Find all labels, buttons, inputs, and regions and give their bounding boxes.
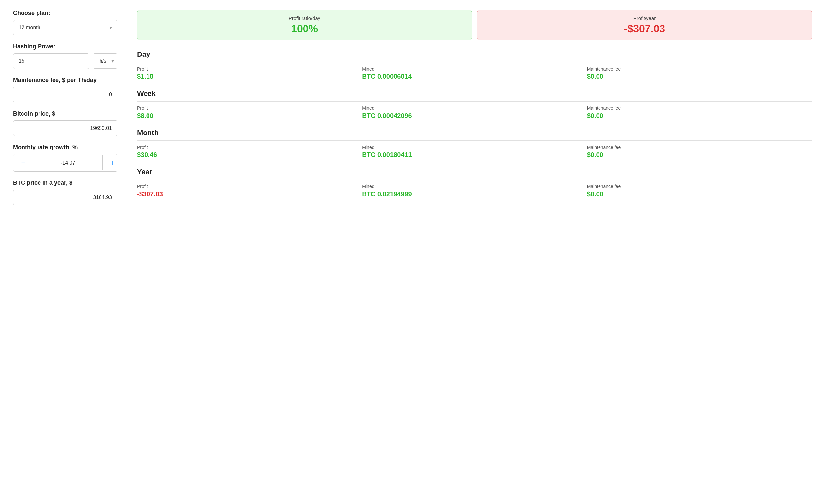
metric-fee-week: Maintenance fee $0.00 [587, 105, 812, 120]
hashing-power-row: Th/s Gh/s Mh/s ▼ [13, 53, 118, 69]
hashing-power-label: Hashing Power [13, 43, 118, 50]
metric-profit-week: Profit $8.00 [137, 105, 362, 120]
mined-label: Mined [362, 184, 587, 189]
bitcoin-price-input[interactable] [13, 121, 118, 136]
metrics-row-day: Profit $1.18 Mined BTC 0.00006014 Mainte… [137, 66, 812, 80]
fee-label: Maintenance fee [587, 145, 812, 150]
profit-value: $30.46 [137, 151, 362, 159]
right-panel: Profit ratio/day 100% Profit/year -$307.… [137, 10, 812, 207]
summary-cards: Profit ratio/day 100% Profit/year -$307.… [137, 10, 812, 41]
mined-value: BTC 0.00042096 [362, 112, 587, 120]
metric-fee-day: Maintenance fee $0.00 [587, 66, 812, 80]
metric-mined-year: Mined BTC 0.02194999 [362, 184, 587, 198]
period-section-day: Day Profit $1.18 Mined BTC 0.00006014 Ma… [137, 50, 812, 80]
metrics-row-week: Profit $8.00 Mined BTC 0.00042096 Mainte… [137, 105, 812, 120]
profit-value: $8.00 [137, 112, 362, 120]
hashing-power-input[interactable] [13, 53, 89, 69]
metric-profit-year: Profit -$307.03 [137, 184, 362, 198]
left-panel: Choose plan: 12 month 6 month 3 month 1 … [13, 10, 118, 213]
btc-price-year-label: BTC price in a year, $ [13, 179, 118, 187]
period-title-month: Month [137, 129, 812, 141]
profit-label: Profit [137, 184, 362, 189]
fee-value: $0.00 [587, 73, 812, 80]
period-section-month: Month Profit $30.46 Mined BTC 0.00180411… [137, 129, 812, 159]
profit-year-card: Profit/year -$307.03 [477, 10, 812, 41]
btc-price-year-input[interactable] [13, 190, 118, 205]
profit-ratio-card: Profit ratio/day 100% [137, 10, 472, 41]
profit-label: Profit [137, 66, 362, 71]
metric-fee-month: Maintenance fee $0.00 [587, 145, 812, 159]
metric-mined-month: Mined BTC 0.00180411 [362, 145, 587, 159]
profit-ratio-card-label: Profit ratio/day [144, 15, 465, 21]
fee-label: Maintenance fee [587, 184, 812, 189]
choose-plan-label: Choose plan: [13, 10, 118, 17]
monthly-rate-decrease-button[interactable]: − [13, 154, 33, 171]
plan-select-wrapper: 12 month 6 month 3 month 1 month ▼ [13, 20, 118, 35]
period-title-day: Day [137, 50, 812, 62]
monthly-rate-stepper: − + [13, 154, 118, 172]
period-title-year: Year [137, 168, 812, 180]
metric-profit-month: Profit $30.46 [137, 145, 362, 159]
period-section-week: Week Profit $8.00 Mined BTC 0.00042096 M… [137, 89, 812, 120]
metric-profit-day: Profit $1.18 [137, 66, 362, 80]
metrics-row-month: Profit $30.46 Mined BTC 0.00180411 Maint… [137, 145, 812, 159]
period-section-year: Year Profit -$307.03 Mined BTC 0.0219499… [137, 168, 812, 198]
profit-ratio-card-value: 100% [144, 23, 465, 35]
plan-select[interactable]: 12 month 6 month 3 month 1 month [13, 20, 118, 35]
period-title-week: Week [137, 89, 812, 101]
monthly-rate-label: Monthly rate growth, % [13, 144, 118, 151]
metric-mined-day: Mined BTC 0.00006014 [362, 66, 587, 80]
fee-label: Maintenance fee [587, 105, 812, 111]
hashing-unit-select[interactable]: Th/s Gh/s Mh/s [93, 53, 118, 69]
mined-label: Mined [362, 105, 587, 111]
fee-label: Maintenance fee [587, 66, 812, 71]
fee-value: $0.00 [587, 112, 812, 120]
fee-value: $0.00 [587, 190, 812, 198]
periods-container: Day Profit $1.18 Mined BTC 0.00006014 Ma… [137, 50, 812, 198]
bitcoin-price-label: Bitcoin price, $ [13, 110, 118, 117]
metric-mined-week: Mined BTC 0.00042096 [362, 105, 587, 120]
mined-value: BTC 0.00006014 [362, 73, 587, 80]
hashing-unit-wrapper: Th/s Gh/s Mh/s ▼ [93, 53, 118, 69]
metrics-row-year: Profit -$307.03 Mined BTC 0.02194999 Mai… [137, 184, 812, 198]
mined-value: BTC 0.00180411 [362, 151, 587, 159]
profit-year-card-label: Profit/year [484, 15, 805, 21]
monthly-rate-increase-button[interactable]: + [103, 154, 118, 171]
fee-value: $0.00 [587, 151, 812, 159]
mined-label: Mined [362, 145, 587, 150]
profit-label: Profit [137, 145, 362, 150]
maintenance-fee-label: Maintenance fee, $ per Th/day [13, 77, 118, 84]
monthly-rate-input[interactable] [33, 155, 103, 170]
profit-label: Profit [137, 105, 362, 111]
maintenance-fee-input[interactable] [13, 87, 118, 102]
profit-year-card-value: -$307.03 [484, 23, 805, 35]
profit-value: $1.18 [137, 73, 362, 80]
metric-fee-year: Maintenance fee $0.00 [587, 184, 812, 198]
mined-label: Mined [362, 66, 587, 71]
mined-value: BTC 0.02194999 [362, 190, 587, 198]
profit-value: -$307.03 [137, 190, 362, 198]
